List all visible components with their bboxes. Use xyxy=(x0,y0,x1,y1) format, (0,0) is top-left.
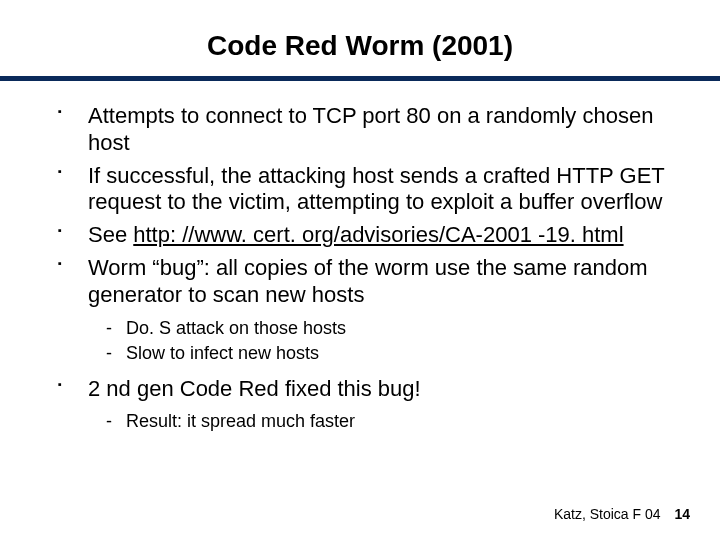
sub-bullet-item: Slow to infect new hosts xyxy=(40,342,680,365)
slide-footer: Katz, Stoica F 04 14 xyxy=(554,506,690,522)
bullet-text: See xyxy=(88,222,133,247)
bullet-item: 2 nd gen Code Red fixed this bug! xyxy=(40,376,680,403)
slide-body: Attempts to connect to TCP port 80 on a … xyxy=(0,81,720,434)
bullet-list: 2 nd gen Code Red fixed this bug! xyxy=(40,376,680,403)
sub-bullet-list: Do. S attack on those hosts Slow to infe… xyxy=(40,317,680,366)
bullet-item: See http: //www. cert. org/advisories/CA… xyxy=(40,222,680,249)
slide-title: Code Red Worm (2001) xyxy=(0,0,720,76)
advisory-link[interactable]: http: //www. cert. org/advisories/CA-200… xyxy=(133,222,623,247)
bullet-item: Worm “bug”: all copies of the worm use t… xyxy=(40,255,680,309)
bullet-item: Attempts to connect to TCP port 80 on a … xyxy=(40,103,680,157)
sub-bullet-item: Result: it spread much faster xyxy=(40,410,680,433)
bullet-item: If successful, the attacking host sends … xyxy=(40,163,680,217)
bullet-list: Attempts to connect to TCP port 80 on a … xyxy=(40,103,680,309)
sub-bullet-list: Result: it spread much faster xyxy=(40,410,680,433)
footer-credit: Katz, Stoica F 04 xyxy=(554,506,661,522)
page-number: 14 xyxy=(674,506,690,522)
sub-bullet-item: Do. S attack on those hosts xyxy=(40,317,680,340)
